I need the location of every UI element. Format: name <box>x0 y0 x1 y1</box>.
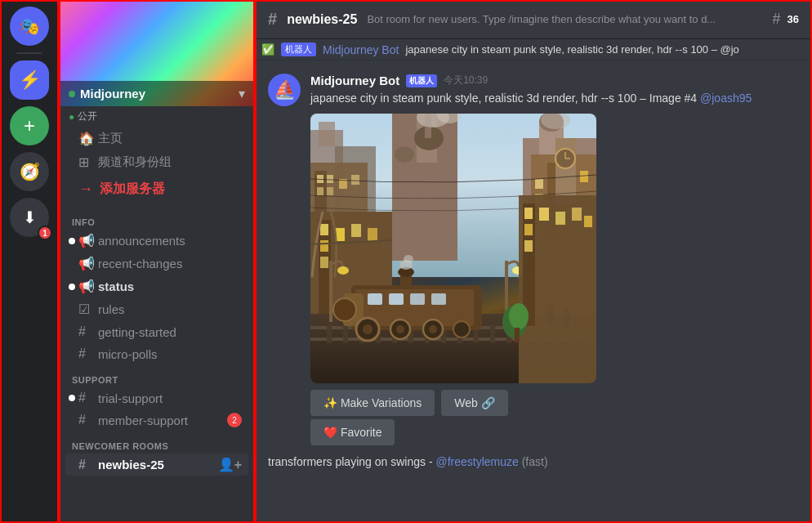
bot-avatar: ⛵ <box>268 74 301 106</box>
svg-rect-72 <box>410 293 425 305</box>
notif-bot-icon: ✅ <box>261 43 274 56</box>
nav-channels-roles[interactable]: ⊞ 频道和身份组 <box>65 151 248 173</box>
download-badge: 1 <box>38 226 52 240</box>
svg-point-69 <box>404 255 413 263</box>
hash-icon-3: # <box>78 391 93 405</box>
announce-icon: 📢 <box>78 233 93 248</box>
channel-hash-icon: # <box>268 10 277 29</box>
svg-point-100 <box>509 303 529 329</box>
bot-badge: 机器人 <box>406 74 437 87</box>
svg-rect-98 <box>584 216 592 227</box>
mention-username[interactable]: @joash95 <box>700 92 752 105</box>
favorite-button[interactable]: ❤️ Favorite <box>310 419 395 445</box>
bottom-message-suffix: (fast) <box>522 455 548 468</box>
make-variations-button[interactable]: ✨ Make Variations <box>310 390 435 416</box>
member-support-badge: 2 <box>227 413 242 427</box>
svg-rect-55 <box>490 324 495 343</box>
support-category: SUPPORT <box>59 365 255 387</box>
server-header: Midjourney ▾ <box>59 0 255 106</box>
arrow-icon: → <box>78 181 93 198</box>
channel-getting-started[interactable]: # getting-started <box>65 321 248 342</box>
notif-bot-name: Midjourney Bot <box>323 43 399 56</box>
svg-rect-41 <box>368 228 377 241</box>
hash-icon-4: # <box>78 413 93 427</box>
hash-icon-header: # <box>773 11 781 28</box>
channel-recent-changes[interactable]: 📢 recent-changes <box>65 253 248 275</box>
announce-icon-2: 📢 <box>78 256 93 271</box>
member-count-value: 36 <box>787 13 799 25</box>
add-member-icon[interactable]: 👤+ <box>218 457 242 472</box>
bottom-message-user[interactable]: @freestylemuze <box>435 455 518 468</box>
message-content: Midjourney Bot 机器人 今天10:39 japanese city… <box>310 74 799 445</box>
message-text: japanese city in steam punk style, reali… <box>310 91 799 107</box>
svg-point-80 <box>453 321 470 337</box>
nav-home[interactable]: 🏠 主页 <box>65 127 248 150</box>
user-avatar[interactable]: 🎭 <box>10 7 49 46</box>
unread-dot <box>69 238 75 244</box>
online-dot <box>69 91 75 97</box>
check-icon: ☑ <box>78 302 93 317</box>
svg-rect-36 <box>320 224 328 235</box>
svg-rect-40 <box>351 224 361 237</box>
server-public-tag: ● 公开 <box>59 106 255 127</box>
notification-bar: ✅ 机器人 Midjourney Bot japanese city in st… <box>255 39 812 60</box>
add-server-icon[interactable]: + <box>10 106 49 145</box>
action-buttons-row2: ❤️ Favorite <box>310 419 799 445</box>
svg-rect-22 <box>351 175 359 185</box>
channel-description: Bot room for new users. Type /imagine th… <box>367 13 762 25</box>
rail-divider-1 <box>16 52 42 54</box>
notif-text: japanese city in steam punk style, reali… <box>405 43 738 56</box>
unread-dot-3 <box>69 395 75 401</box>
main-content: # newbies-25 Bot room for new users. Typ… <box>255 0 812 523</box>
channel-list: INFO 📢 announcements 📢 recent-changes 📢 … <box>59 204 255 523</box>
svg-rect-25 <box>535 179 543 189</box>
svg-rect-17 <box>317 175 323 183</box>
channel-header: # newbies-25 Bot room for new users. Typ… <box>255 0 812 39</box>
server-sidebar: Midjourney ▾ ● 公开 🏠 主页 ⊞ 频道和身份组 → 添加服务器 … <box>59 0 255 523</box>
newcomer-category: NEWCOMER ROOMS <box>59 431 255 453</box>
svg-rect-18 <box>317 187 323 195</box>
svg-point-85 <box>337 266 349 275</box>
svg-rect-71 <box>389 293 404 305</box>
svg-rect-19 <box>327 175 333 183</box>
svg-rect-46 <box>343 324 348 343</box>
server-dropdown-icon[interactable]: ▾ <box>239 86 245 101</box>
channel-member-support[interactable]: # member-support 2 <box>65 409 248 431</box>
channel-name-label: newbies-25 <box>287 12 357 27</box>
svg-rect-2 <box>319 122 335 146</box>
svg-rect-20 <box>327 187 333 195</box>
hash-icon-5: # <box>78 458 93 472</box>
svg-rect-92 <box>524 208 533 219</box>
hash-icon: # <box>78 324 93 339</box>
svg-point-79 <box>429 325 437 333</box>
message-group: ⛵ Midjourney Bot 机器人 今天10:39 japanese ci… <box>268 74 799 445</box>
unread-dot-2 <box>69 284 75 290</box>
server-title-bar[interactable]: Midjourney ▾ <box>59 81 255 106</box>
channel-status[interactable]: 📢 status <box>65 275 248 297</box>
notif-bot-tag: 机器人 <box>281 42 316 56</box>
explore-icon[interactable]: 🧭 <box>10 152 49 191</box>
channel-trial-support[interactable]: # trial-support <box>65 387 248 409</box>
svg-rect-94 <box>524 240 533 252</box>
channel-announcements[interactable]: 📢 announcements <box>65 230 248 252</box>
info-category: INFO <box>59 208 255 229</box>
action-buttons: ✨ Make Variations Web 🔗 <box>310 390 799 416</box>
icon-rail: 🎭 ⚡ + 🧭 ⬇ 1 <box>0 0 59 523</box>
messages-area: ⛵ Midjourney Bot 机器人 今天10:39 japanese ci… <box>255 60 812 523</box>
download-icon[interactable]: ⬇ 1 <box>10 198 49 237</box>
server-name-label: Midjourney <box>69 87 145 101</box>
channel-newbies-25[interactable]: # newbies-25 👤+ <box>65 454 248 476</box>
header-right: # 36 <box>773 11 799 28</box>
web-button[interactable]: Web 🔗 <box>441 390 507 416</box>
svg-rect-38 <box>320 257 328 268</box>
grid-icon: ⊞ <box>78 154 93 170</box>
bottom-message: transformers playing on swings - @freest… <box>268 452 799 472</box>
svg-rect-97 <box>572 208 582 221</box>
channel-micro-polls[interactable]: # micro-polls <box>65 343 248 364</box>
message-author: Midjourney Bot <box>310 74 399 87</box>
svg-rect-70 <box>368 293 382 305</box>
midjourney-server-icon[interactable]: ⚡ <box>10 60 49 100</box>
channel-rules[interactable]: ☑ rules <box>65 298 248 320</box>
svg-point-65 <box>333 298 356 321</box>
svg-rect-101 <box>515 328 520 342</box>
